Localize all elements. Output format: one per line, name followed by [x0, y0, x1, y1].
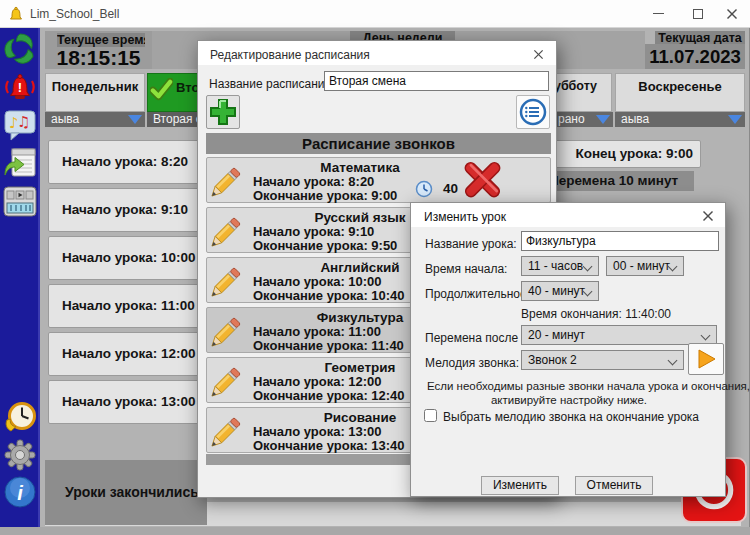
lesson-end: Окончание урока: 12:40	[253, 388, 405, 403]
close-button[interactable]	[714, 0, 750, 27]
info-text-line2: активируйте настройку ниже.	[427, 394, 711, 406]
dropdown-triangle-icon	[128, 115, 142, 124]
lesson-start: Начало урока: 8:20	[253, 174, 374, 189]
lesson-row[interactable]: Математика Начало урока: 8:20 Окончание …	[206, 157, 551, 203]
hours-value: 11 - часов	[528, 259, 583, 273]
dropdown-triangle-icon	[596, 115, 610, 124]
lesson-list-button[interactable]	[516, 95, 550, 129]
schedule-dialog-close-icon[interactable]	[530, 46, 546, 62]
bells-schedule-header: Расписание звонков	[206, 133, 551, 154]
settings-gear-icon[interactable]	[3, 437, 37, 473]
chevron-down-icon	[583, 262, 593, 272]
lesson-name-input[interactable]	[521, 231, 719, 251]
play-melody-button[interactable]	[688, 343, 724, 375]
minutes-value: 00 - минут	[613, 259, 670, 273]
start-time-item[interactable]: Начало урока: 13:00	[48, 380, 206, 424]
chevron-down-icon	[668, 356, 678, 366]
window-titlebar: Lim_School_Bell	[0, 0, 750, 28]
end-melody-checkbox-label: Выбрать мелодию звонка на окончание урок…	[443, 410, 699, 424]
app-bell-icon	[8, 6, 24, 22]
info-icon[interactable]: i	[3, 474, 37, 510]
pencil-icon	[211, 314, 244, 347]
checkmark-icon	[150, 78, 173, 101]
day-monday[interactable]: Понедельник	[45, 73, 145, 112]
media-player-icon[interactable]	[3, 184, 37, 220]
current-time-label: Текущее время	[57, 33, 145, 47]
delete-lesson-icon[interactable]	[463, 160, 502, 199]
melody-label: Мелодия звонка:	[425, 356, 519, 370]
start-time-item[interactable]: Начало урока: 12:00	[48, 332, 206, 376]
svg-text:i: i	[17, 482, 23, 504]
info-text-line1: Если необходимы разные звонки начала уро…	[427, 380, 711, 392]
start-time-label: Время начала:	[425, 262, 507, 276]
lesson-start: Начало урока: 11:00	[253, 324, 381, 339]
window-title: Lim_School_Bell	[30, 7, 119, 21]
end-melody-checkbox[interactable]	[424, 409, 437, 422]
melody-select[interactable]: Звонок 2	[521, 350, 684, 370]
edit-dialog-close-icon[interactable]	[699, 207, 716, 224]
start-time-item[interactable]: Начало урока: 10:00	[48, 236, 206, 280]
edit-lesson-dialog: Изменить урок Название урока: Время нача…	[410, 202, 726, 497]
lesson-end: Окончание урока: 9:50	[253, 238, 397, 253]
break-select[interactable]: 20 - минут	[521, 325, 717, 345]
lesson-duration: 40	[443, 181, 458, 196]
day-monday-dropdown-value: аыва	[51, 112, 79, 126]
day-sunday-dropdown-value: аыва	[621, 112, 649, 126]
minutes-select[interactable]: 00 - минут	[606, 256, 684, 276]
current-time-value: 18:15:15	[45, 46, 152, 69]
day-sunday-dropdown[interactable]: аыва	[615, 112, 745, 127]
day-sunday[interactable]: Воскресенье	[615, 73, 745, 112]
svg-text:!: !	[18, 80, 22, 95]
lesson-end: Окончание урока: 10:40	[253, 288, 405, 303]
hours-select[interactable]: 11 - часов	[521, 256, 599, 276]
apply-button[interactable]: Изменить	[481, 476, 559, 495]
schedule-name-input[interactable]	[324, 71, 549, 91]
cancel-button[interactable]: Отменить	[575, 476, 653, 495]
break-value: 20 - минут	[528, 328, 585, 342]
duration-value: 40 - минут	[528, 284, 585, 298]
lesson-end: Окончание урока: 9:00	[253, 188, 397, 203]
pencil-icon	[211, 364, 244, 397]
alarm-bell-icon[interactable]: !	[3, 69, 37, 105]
add-lesson-button[interactable]	[206, 95, 240, 129]
melody-bubble-icon[interactable]: ♪ ♫	[3, 107, 37, 143]
duration-select[interactable]: 40 - минут	[521, 281, 599, 301]
lesson-name: Математика	[245, 160, 475, 175]
current-date-value: 11.07.2023	[645, 44, 745, 69]
plus-icon	[209, 98, 237, 126]
lesson-name-label: Название урока:	[425, 237, 517, 251]
lesson-start: Начало урока: 12:00	[253, 374, 382, 389]
pencil-icon	[211, 214, 244, 247]
pencil-icon	[211, 264, 244, 297]
play-icon	[695, 348, 717, 370]
lesson-start: Начало урока: 13:00	[253, 424, 382, 439]
end-time-display: Конец урока: 9:00	[548, 140, 701, 168]
duration-clock-icon	[415, 180, 433, 198]
app-window: { "window": { "title": "Lim_School_Bell"…	[0, 0, 750, 535]
day-monday-dropdown[interactable]: аыва	[45, 112, 145, 127]
list-circle-icon	[518, 97, 548, 127]
window-bottom-edge	[0, 527, 750, 535]
lessons-over-status: Уроки закончились.	[45, 460, 207, 525]
pencil-icon	[211, 414, 244, 447]
maximize-button[interactable]	[680, 0, 716, 27]
lesson-start: Начало урока: 9:10	[253, 224, 374, 239]
schedule-dialog-title: Редактирование расписания	[210, 48, 370, 62]
current-date-label: Текущая дата	[655, 31, 745, 44]
schedule-name-label: Название расписания:	[209, 77, 334, 91]
logo-swirl-icon[interactable]	[3, 31, 37, 67]
start-time-item[interactable]: Начало урока: 8:20	[48, 140, 206, 184]
minimize-button[interactable]	[640, 0, 676, 27]
melody-value: Звонок 2	[528, 353, 577, 367]
break-display: Перемена 10 минут	[540, 171, 694, 191]
end-time-text: Время окончания: 11:40:00	[521, 307, 671, 321]
alarm-clock-icon[interactable]	[3, 400, 37, 436]
svg-text:♫: ♫	[17, 113, 30, 131]
pencil-icon	[211, 164, 244, 197]
schedule-export-icon[interactable]	[3, 145, 37, 181]
start-time-item[interactable]: Начало урока: 11:00	[48, 284, 206, 328]
start-time-item[interactable]: Начало урока: 9:10	[48, 188, 206, 232]
day-saturday-dropdown-value: рано	[558, 112, 585, 126]
lesson-start: Начало урока: 10:00	[253, 274, 382, 289]
edit-dialog-title: Изменить урок	[424, 210, 506, 224]
